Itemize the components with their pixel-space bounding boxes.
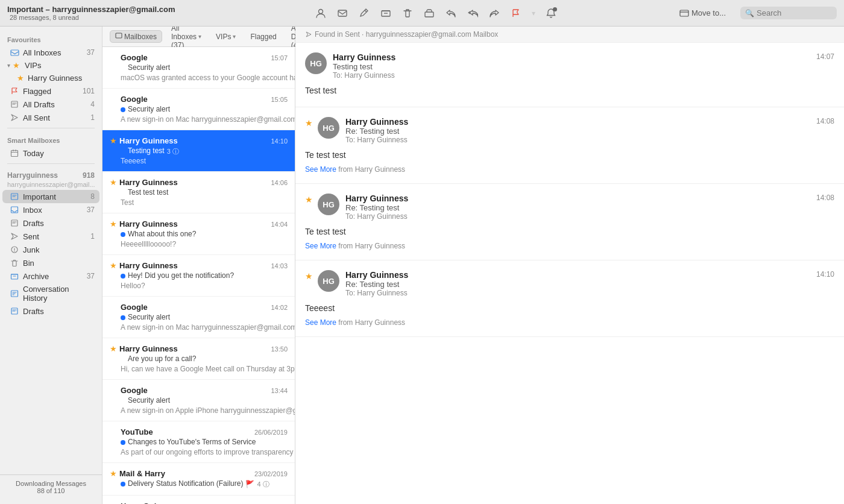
email-item-header: ★ Harry Guinness 14:04 [110,219,288,228]
detail-message-header: ★ HG Harry Guinness Re: Testing test To:… [305,194,834,221]
reply-icon[interactable] [445,7,457,19]
email-item-header: ★ Harry Guinness 14:06 [110,178,288,187]
svg-point-0 [318,9,323,13]
email-list-item[interactable]: Google 15:07 Security alert macOS was gr… [102,47,295,89]
search-icon: 🔍 [745,9,754,17]
detail-message: ★ HG Harry Guinness Re: Testing test To:… [295,260,844,337]
unread-dot [121,232,125,237]
email-list-item[interactable]: Google 14:02 Security alert A new sign-i… [102,297,295,338]
sidebar-item-archive[interactable]: Archive 37 [2,269,99,283]
vips-arrow: ▾ [7,62,10,69]
flag-icon[interactable] [510,7,522,19]
bin-icon[interactable] [423,7,435,19]
sidebar-item-important[interactable]: Important 8 [2,190,99,203]
contact-icon[interactable] [315,7,327,19]
sent-label: Sent [23,232,87,241]
vips-toggle[interactable]: ▾ ★ VIPs [0,59,102,72]
email-list-item[interactable]: ★ Harry Guinness 14:10 Testing test 3 ⓘ … [102,130,295,172]
detail-avatar: HG [318,194,339,215]
email-sender: Google [121,303,148,312]
sidebar-item-bin[interactable]: Bin [2,256,99,269]
detail-sender-info: Harry Guinness Re: Testing test To: Harr… [345,270,408,297]
email-list-item[interactable]: ★ Harry Guinness 14:03 Hey! Did you get … [102,255,295,297]
email-list-item[interactable]: Harry Guinness 22/02/2019 'Sup Brah? 3 ⓘ [102,496,295,504]
compose-icon[interactable] [358,7,370,19]
email-preview: macOS was granted access to your Google … [121,74,295,82]
email-list-item[interactable]: ★ Harry Guinness 14:06 Test test test Te… [102,172,295,213]
email-list-item[interactable]: YouTube 26/06/2019 Changes to YouTube's … [102,421,295,463]
star-icon: ★ [110,261,117,270]
forward-icon[interactable] [488,7,500,19]
favourites-label: Favourites [0,31,102,46]
unread-dot [121,315,125,320]
detail-to: To: Harry Guinness [345,212,408,221]
all-sent-label: All Sent [23,113,87,122]
sent-small-icon [305,31,312,38]
harryguinness-count: 918 [83,171,95,180]
email-list-item[interactable]: ★ Harry Guinness 14:04 What about this o… [102,213,295,255]
email-list-item[interactable]: Google 15:05 Security alert A new sign-i… [102,89,295,130]
archive-toolbar-icon[interactable] [380,7,392,19]
email-subject: What about this one? [128,230,196,238]
sent-icon [10,232,19,241]
sidebar-item-drafts[interactable]: Drafts [2,216,99,230]
see-more-link[interactable]: See More from Harry Guinness [305,165,834,174]
email-subject: Changes to YouTube's Terms of Service [128,438,256,446]
sidebar-item-inbox[interactable]: Inbox 37 [2,203,99,216]
svg-rect-1 [338,10,347,16]
email-preview: A new sign-in on Mac harryguinnesszapier… [121,115,295,124]
detail-sender-info: Harry Guinness Re: Testing test To: Harr… [345,194,408,221]
sidebar-item-junk[interactable]: Junk [2,243,99,256]
detail-body: Test test [305,84,834,97]
sidebar-item-all-drafts[interactable]: All Drafts 4 [2,98,99,111]
sidebar-item-flagged[interactable]: Flagged 101 [2,84,99,98]
detail-messages: HG Harry Guinness Testing test To: Harry… [295,43,844,337]
email-item-header: Google 13:44 [110,386,288,395]
email-list-item[interactable]: ★ Mail & Harry 23/02/2019 Delivery Statu… [102,463,295,496]
sidebar-item-all-sent[interactable]: All Sent 1 [2,111,99,124]
unread-dot [121,274,125,279]
detail-time: 14:07 [816,52,834,61]
reply-all-icon[interactable] [467,7,479,19]
detail-subject: Re: Testing test [345,280,408,289]
email-item-header: ★ Harry Guinness 14:03 [110,261,288,270]
separator-2 [7,163,95,164]
see-more-link[interactable]: See More from Harry Guinness [305,318,834,327]
detail-sender-name: Harry Guinness [345,194,408,203]
email-subject: Are you up for a call? [128,354,196,363]
sidebar-item-sent[interactable]: Sent 1 [2,230,99,243]
filter-vips[interactable]: VIPs ▾ [210,31,241,43]
email-subject: Security alert [128,396,170,405]
sidebar-item-drafts2[interactable]: Drafts [2,304,99,318]
filter-all-inboxes-label: All Inboxes (37) [171,27,197,49]
filter-flagged[interactable]: Flagged [245,31,282,43]
email-list-item[interactable]: ★ Harry Guinness 13:50 Are you up for a … [102,338,295,380]
email-sender: Google [121,386,148,395]
bell-icon[interactable] [545,7,557,19]
flag-chevron[interactable]: ▾ [532,9,535,17]
detail-avatar: HG [305,52,327,74]
star-icon: ★ [110,178,117,187]
search-bar[interactable]: 🔍 [740,7,837,19]
sidebar-item-harry-guinness[interactable]: ★ Harry Guinness [2,72,99,84]
sent-count: 1 [90,232,95,241]
email-sender: Harry Guinness [119,261,178,270]
star-icon: ★ [110,469,117,478]
search-input[interactable] [757,8,829,17]
email-list-item[interactable]: Google 13:44 Security alert A new sign-i… [102,380,295,421]
archive-label: Archive [23,272,83,281]
unread-dot [121,440,125,445]
see-more-link[interactable]: See More from Harry Guinness [305,242,834,250]
move-to-button[interactable]: Move to... [679,8,726,18]
filter-mailboxes[interactable]: Mailboxes [110,30,162,43]
trash-icon[interactable] [402,7,414,19]
email-subject: Test test test [128,188,168,197]
harryguinness-section: Harryguinness 918 harryguinnesszapier@gm… [0,168,102,190]
sidebar-item-today[interactable]: Today [2,146,99,160]
envelope-icon[interactable] [336,7,348,19]
detail-body: Te test test [305,149,834,162]
sidebar-item-all-inboxes[interactable]: All Inboxes 37 [2,46,99,59]
bin-sidebar-icon [10,258,19,268]
email-item-header: ★ Harry Guinness 14:10 [110,136,288,145]
sidebar-item-conversation-history[interactable]: Conversation History [2,283,99,304]
